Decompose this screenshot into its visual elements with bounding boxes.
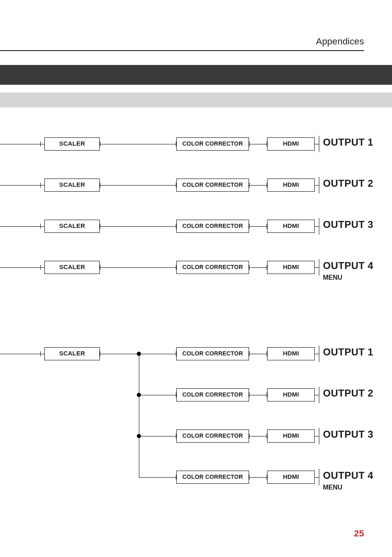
connector-line bbox=[100, 267, 176, 268]
hdmi-box: HDMI bbox=[267, 388, 315, 402]
page-number: 25 bbox=[354, 528, 364, 539]
connector-line bbox=[0, 354, 44, 354]
color-corrector-box: COLOR CORRECTOR bbox=[176, 261, 249, 274]
diagram-shared-scaler: SCALER COLOR CORRECTOR HDMI OUTPUT 1 COL… bbox=[0, 341, 392, 506]
output-label: OUTPUT 4 bbox=[323, 470, 374, 481]
section-label: Appendices bbox=[0, 36, 364, 47]
connector-tick bbox=[249, 351, 249, 356]
color-corrector-box: COLOR CORRECTOR bbox=[176, 220, 249, 233]
connector-tick bbox=[100, 351, 100, 356]
color-corrector-box: COLOR CORRECTOR bbox=[176, 347, 249, 360]
header-area: Appendices bbox=[0, 36, 364, 51]
connector-tick bbox=[249, 475, 249, 480]
hdmi-box: HDMI bbox=[267, 429, 315, 443]
dark-band bbox=[0, 65, 392, 85]
hdmi-box: HDMI bbox=[267, 220, 315, 233]
connector-tick bbox=[40, 265, 41, 270]
output-separator bbox=[319, 259, 319, 276]
connector-line bbox=[249, 477, 267, 478]
output-separator bbox=[319, 177, 319, 193]
connector-tick bbox=[100, 265, 100, 270]
color-corrector-box: COLOR CORRECTOR bbox=[176, 471, 249, 484]
output-separator bbox=[319, 346, 319, 362]
connector-line bbox=[315, 226, 319, 227]
connector-line bbox=[315, 185, 319, 186]
scaler-box: SCALER bbox=[44, 261, 100, 274]
connector-tick bbox=[249, 142, 249, 146]
connector-tick bbox=[40, 224, 41, 229]
connector-line bbox=[100, 144, 176, 144]
output-label: OUTPUT 2 bbox=[323, 388, 374, 399]
signal-row: SCALER COLOR CORRECTOR HDMI OUTPUT 1 bbox=[0, 132, 392, 173]
connector-line bbox=[100, 354, 139, 354]
signal-row: SCALER COLOR CORRECTOR HDMI OUTPUT 1 bbox=[0, 341, 392, 383]
connector-tick bbox=[249, 392, 249, 397]
scaler-box: SCALER bbox=[44, 347, 100, 360]
signal-row: COLOR CORRECTOR HDMI OUTPUT 4 MENU bbox=[0, 465, 392, 506]
connector-line bbox=[139, 354, 176, 354]
connector-line bbox=[249, 354, 267, 354]
hdmi-box: HDMI bbox=[267, 261, 315, 274]
scaler-box: SCALER bbox=[44, 179, 100, 192]
connector-line bbox=[315, 354, 319, 354]
output-label: OUTPUT 1 bbox=[323, 346, 374, 358]
signal-row: SCALER COLOR CORRECTOR HDMI OUTPUT 2 bbox=[0, 173, 392, 214]
connector-line bbox=[100, 185, 176, 186]
connector-tick bbox=[40, 183, 41, 188]
header-rule bbox=[0, 50, 364, 51]
connector-line bbox=[0, 267, 44, 268]
connector-line bbox=[139, 436, 176, 436]
signal-row: COLOR CORRECTOR HDMI OUTPUT 2 bbox=[0, 383, 392, 424]
signal-row: SCALER COLOR CORRECTOR HDMI OUTPUT 4 MEN… bbox=[0, 255, 392, 296]
hdmi-box: HDMI bbox=[267, 347, 315, 360]
page: Appendices SCALER COLOR CORRECTOR HDMI O… bbox=[0, 0, 392, 557]
connector-line bbox=[315, 395, 319, 395]
connector-line bbox=[249, 436, 267, 436]
connector-line bbox=[139, 395, 176, 395]
signal-row: SCALER COLOR CORRECTOR HDMI OUTPUT 3 bbox=[0, 214, 392, 255]
output-separator bbox=[319, 387, 319, 403]
connector-tick bbox=[100, 224, 100, 229]
output-label: OUTPUT 3 bbox=[323, 429, 374, 440]
connector-line bbox=[315, 267, 319, 268]
connector-tick bbox=[40, 142, 41, 146]
connector-tick bbox=[249, 183, 249, 188]
connector-line bbox=[249, 144, 267, 144]
diagram-independent-outputs: SCALER COLOR CORRECTOR HDMI OUTPUT 1 SCA… bbox=[0, 132, 392, 296]
connector-tick bbox=[100, 183, 100, 188]
output-label: OUTPUT 3 bbox=[323, 219, 374, 230]
connector-line bbox=[139, 477, 176, 478]
output-label: OUTPUT 1 bbox=[323, 137, 374, 148]
connector-line bbox=[315, 144, 319, 144]
connector-line bbox=[249, 395, 267, 395]
connector-line bbox=[249, 185, 267, 186]
signal-row: COLOR CORRECTOR HDMI OUTPUT 3 bbox=[0, 424, 392, 465]
menu-label: MENU bbox=[323, 484, 342, 491]
connector-line bbox=[249, 226, 267, 227]
output-label: OUTPUT 4 bbox=[323, 260, 374, 272]
hdmi-box: HDMI bbox=[267, 179, 315, 192]
output-separator bbox=[319, 428, 319, 444]
connector-tick bbox=[249, 224, 249, 229]
color-corrector-box: COLOR CORRECTOR bbox=[176, 388, 249, 402]
connector-tick bbox=[40, 351, 41, 356]
connector-line bbox=[249, 267, 267, 268]
connector-line bbox=[0, 144, 44, 144]
connector-tick bbox=[249, 434, 249, 439]
output-separator bbox=[319, 136, 319, 152]
output-separator bbox=[319, 218, 319, 234]
connector-tick bbox=[100, 142, 100, 146]
scaler-box: SCALER bbox=[44, 220, 100, 233]
connector-line bbox=[315, 477, 319, 478]
menu-label: MENU bbox=[323, 274, 342, 281]
light-band bbox=[0, 93, 392, 107]
connector-line bbox=[0, 185, 44, 186]
color-corrector-box: COLOR CORRECTOR bbox=[176, 429, 249, 443]
color-corrector-box: COLOR CORRECTOR bbox=[176, 179, 249, 192]
connector-line bbox=[0, 226, 44, 227]
connector-line bbox=[315, 436, 319, 436]
scaler-box: SCALER bbox=[44, 137, 100, 151]
hdmi-box: HDMI bbox=[267, 471, 315, 484]
color-corrector-box: COLOR CORRECTOR bbox=[176, 137, 249, 151]
output-separator bbox=[319, 469, 319, 485]
